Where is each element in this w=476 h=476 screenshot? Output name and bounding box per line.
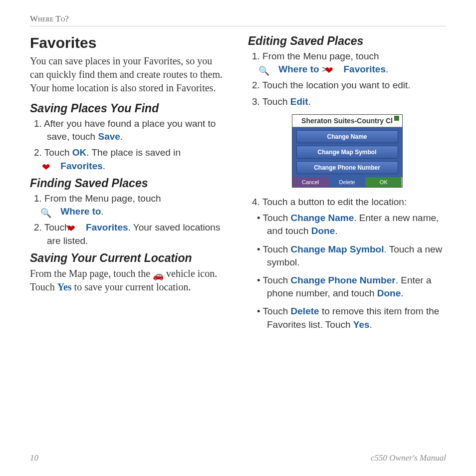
magnifier-icon [265,64,276,74]
step-save-2: 2. Touch OK. The place is saved in Favor… [30,146,228,172]
bullet-change-symbol: Touch Change Map Symbol. Touch a new sym… [253,243,446,269]
left-column: Favorites You can save places in your Fa… [30,34,228,336]
device-title: Sheraton Suites-Country Cl [292,115,402,127]
heart-icon [72,222,83,232]
kw-done-2: Done [377,288,401,298]
kw-ok: OK [72,147,87,158]
step-find-1: 1. From the Menu page, touch Where to. [30,192,228,218]
right-column: Editing Saved Places 1. From the Menu pa… [248,34,446,336]
subhead-finding: Finding Saved Places [30,177,228,190]
kw-where-to-2: Where to [278,64,319,74]
intro-text: You can save places in your Favorites, s… [30,54,228,95]
bullet-change-name: Touch Change Name. Enter a new name, and… [253,212,446,238]
kw-change-phone: Change Phone Number [291,275,396,285]
step-find-2: 2. Touch Favorites. Your saved locations… [30,221,228,247]
page-title: Favorites [30,34,228,51]
change-phone-number-button[interactable]: Change Phone Number [296,161,398,174]
page-footer: 10 c550 Owner's Manual [30,453,446,463]
step-edit-1: 1. From the Menu page, touch Where to > … [248,50,446,76]
delete-button[interactable]: Delete [329,177,365,187]
kw-change-name: Change Name [291,213,354,223]
page-number: 10 [30,453,38,463]
ok-button[interactable]: OK [365,177,402,187]
heart-icon [47,161,58,171]
kw-change-map-symbol: Change Map Symbol [291,244,384,254]
kw-favorites: Favorites [60,161,102,171]
kw-save: Save [98,131,120,142]
step-edit-4: 4. Touch a button to edit the location: [248,196,446,209]
kw-favorites-2: Favorites [86,222,128,233]
heart-icon [330,64,341,74]
kw-yes-2: Yes [353,319,370,330]
subhead-saving-places: Saving Places You Find [30,102,228,115]
subhead-editing: Editing Saved Places [248,34,446,48]
section-header: Where To? [30,14,446,26]
bullet-delete: Touch Delete to remove this item from th… [253,305,446,331]
kw-edit: Edit [290,96,308,107]
satellite-icon [394,116,399,121]
current-location-text: From the Map page, touch the vehicle ico… [30,267,228,294]
magnifier-icon [47,207,58,217]
device-screenshot: Sheraton Suites-Country Cl Change Name C… [292,114,403,188]
change-map-symbol-button[interactable]: Change Map Symbol [296,146,398,159]
doc-title: c550 Owner's Manual [371,453,446,463]
kw-where-to: Where to [60,206,101,217]
bullet-change-phone: Touch Change Phone Number. Enter a phone… [253,274,446,300]
step-edit-2: 2. Touch the location you want to edit. [248,79,446,92]
change-name-button[interactable]: Change Name [296,130,398,143]
vehicle-icon [153,268,164,278]
step-edit-3: 3. Touch Edit. [248,95,446,108]
kw-yes: Yes [57,281,72,292]
content-columns: Favorites You can save places in your Fa… [30,34,446,336]
kw-delete: Delete [291,306,319,316]
step-save-1: 1. After you have found a place you want… [30,117,228,143]
cancel-button[interactable]: Cancel [292,177,329,187]
subhead-current-location: Saving Your Current Location [30,251,228,265]
kw-done: Done [311,226,335,236]
kw-favorites-3: Favorites [344,64,386,74]
